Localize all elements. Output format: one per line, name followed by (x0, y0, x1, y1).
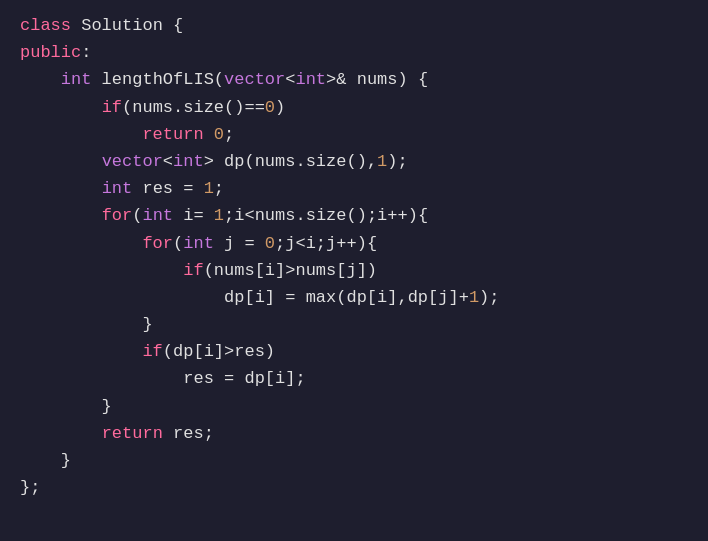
code-line-6: vector<int> dp(nums.size(),1); (20, 148, 688, 175)
code-line-16: return res; (20, 420, 688, 447)
code-line-9: for(int j = 0;j<i;j++){ (20, 230, 688, 257)
code-line-1: class Solution { (20, 12, 688, 39)
code-editor: class Solution { public: int lengthOfLIS… (0, 0, 708, 541)
code-line-18: }; (20, 474, 688, 501)
code-line-3: int lengthOfLIS(vector<int>& nums) { (20, 66, 688, 93)
code-line-13: if(dp[i]>res) (20, 338, 688, 365)
code-line-14: res = dp[i]; (20, 365, 688, 392)
code-line-5: return 0; (20, 121, 688, 148)
code-line-4: if(nums.size()==0) (20, 94, 688, 121)
code-line-7: int res = 1; (20, 175, 688, 202)
code-line-12: } (20, 311, 688, 338)
code-line-15: } (20, 393, 688, 420)
code-line-10: if(nums[i]>nums[j]) (20, 257, 688, 284)
code-line-8: for(int i= 1;i<nums.size();i++){ (20, 202, 688, 229)
code-line-11: dp[i] = max(dp[i],dp[j]+1); (20, 284, 688, 311)
code-line-17: } (20, 447, 688, 474)
code-line-2: public: (20, 39, 688, 66)
